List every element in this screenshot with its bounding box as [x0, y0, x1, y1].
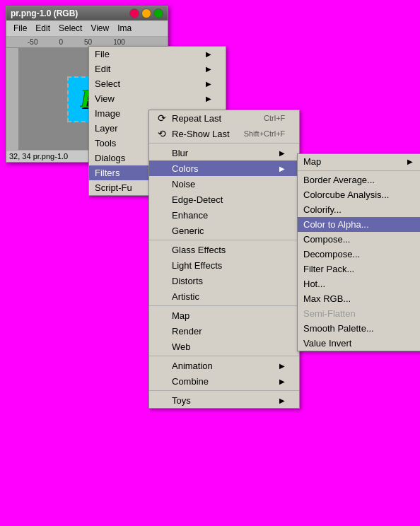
menu-label: Repeat Last: [172, 113, 221, 124]
filter-enhance[interactable]: Enhance: [149, 207, 299, 223]
menu-row-edit[interactable]: Edit ▶: [89, 62, 226, 76]
color-to-alpha[interactable]: Color to Alpha...: [298, 217, 420, 232]
menu-label: Artistic: [172, 291, 199, 302]
shortcut-text: Shift+Ctrl+F: [230, 129, 286, 138]
ruler-vertical: [6, 48, 19, 150]
menu-label: Colorcube Analysis...: [303, 189, 389, 200]
separator: [149, 305, 299, 306]
menu-label: Max RGB...: [303, 293, 351, 304]
filter-colors[interactable]: Colors ▶: [149, 160, 299, 176]
filter-noise[interactable]: Noise: [149, 176, 299, 192]
color-semi-flatten: Semi-Flatten: [298, 306, 420, 321]
filter-repeat-last[interactable]: ⟳ Repeat Last Ctrl+F: [149, 110, 299, 126]
colors-dropdown: Map ▶ Border Average... Colorcube Analys…: [297, 153, 420, 351]
filter-animation[interactable]: Animation ▶: [149, 358, 299, 373]
filter-blur[interactable]: Blur ▶: [149, 145, 299, 160]
reshow-icon: ⟲: [155, 128, 169, 139]
color-value-invert[interactable]: Value Invert: [298, 336, 420, 351]
filter-edge-detect[interactable]: Edge-Detect: [149, 192, 299, 207]
filter-combine[interactable]: Combine ▶: [149, 373, 299, 389]
color-max-rgb[interactable]: Max RGB...: [298, 291, 420, 306]
minimize-button[interactable]: [141, 8, 151, 18]
menu-select[interactable]: Select: [54, 22, 86, 35]
menu-label: Compose...: [303, 234, 350, 245]
menu-label: Select: [95, 78, 120, 89]
filter-web[interactable]: Web: [149, 339, 299, 354]
blank-icon: [155, 325, 169, 337]
menu-row-select[interactable]: Select ▶: [89, 76, 226, 91]
menu-label: Web: [172, 341, 191, 352]
menu-label: Light Effects: [172, 260, 222, 271]
arrow-icon: ▶: [279, 378, 285, 385]
menu-label: Map: [172, 310, 189, 321]
menu-bar: File Edit Select View Ima: [6, 21, 168, 37]
menu-label: Hot...: [303, 279, 325, 289]
menu-label: Script-Fu: [95, 182, 132, 193]
menu-view[interactable]: View: [86, 22, 113, 35]
blank-icon: [155, 225, 169, 236]
blank-icon: [155, 275, 169, 286]
filter-toys[interactable]: Toys ▶: [149, 392, 299, 408]
menu-label: Tools: [95, 138, 116, 148]
color-map[interactable]: Map ▶: [298, 154, 420, 169]
blank-icon: [155, 244, 169, 255]
color-colorify[interactable]: Colorify...: [298, 202, 420, 217]
blank-icon: [155, 178, 169, 189]
filter-distorts[interactable]: Distorts: [149, 273, 299, 288]
menu-label: File: [95, 49, 110, 59]
menu-label: Render: [172, 326, 202, 337]
menu-label: Filter Pack...: [303, 264, 354, 274]
blank-icon: [155, 375, 169, 387]
menu-label: Enhance: [172, 210, 208, 221]
color-decompose[interactable]: Decompose...: [298, 247, 420, 262]
window-title: pr.png-1.0 (RGB): [11, 8, 78, 18]
blank-icon: [155, 163, 169, 174]
menu-label: Blur: [172, 148, 188, 158]
separator: [149, 356, 299, 356]
menu-label: Decompose...: [303, 249, 360, 259]
menu-row-file[interactable]: File ▶: [89, 47, 226, 62]
filter-reshow-last[interactable]: ⟲ Re-Show Last Shift+Ctrl+F: [149, 126, 299, 141]
close-button[interactable]: [129, 8, 139, 18]
arrow-icon: ▶: [279, 149, 285, 157]
arrow-icon: ▶: [206, 95, 211, 103]
blank-icon: [155, 194, 169, 205]
menu-image[interactable]: Ima: [113, 22, 136, 35]
arrow-icon: ▶: [206, 80, 211, 88]
separator: [149, 240, 299, 240]
filter-map[interactable]: Map: [149, 308, 299, 323]
menu-row-view[interactable]: View ▶: [89, 91, 226, 106]
blank-icon: [155, 147, 169, 158]
separator: [149, 390, 299, 391]
filter-artistic[interactable]: Artistic: [149, 288, 299, 304]
color-filter-pack[interactable]: Filter Pack...: [298, 262, 420, 276]
blank-icon: [155, 360, 169, 371]
menu-label: Map: [303, 156, 321, 167]
blank-icon: [155, 209, 169, 221]
blank-icon: [155, 259, 169, 271]
filter-glass-effects[interactable]: Glass Effects: [149, 242, 299, 257]
filter-generic[interactable]: Generic: [149, 223, 299, 238]
color-hot[interactable]: Hot...: [298, 276, 420, 291]
blank-icon: [155, 341, 169, 352]
color-border-average[interactable]: Border Average...: [298, 173, 420, 187]
blank-icon: [155, 291, 169, 302]
menu-file[interactable]: File: [9, 22, 31, 35]
menu-label: Smooth Palette...: [303, 323, 374, 334]
filter-render[interactable]: Render: [149, 323, 299, 339]
menu-label: Toys: [172, 395, 191, 406]
color-compose[interactable]: Compose...: [298, 232, 420, 247]
menu-label: Edit: [95, 64, 110, 74]
color-colorcube-analysis[interactable]: Colorcube Analysis...: [298, 187, 420, 202]
arrow-icon: ▶: [206, 50, 211, 58]
filter-light-effects[interactable]: Light Effects: [149, 257, 299, 273]
color-smooth-palette[interactable]: Smooth Palette...: [298, 321, 420, 336]
maximize-button[interactable]: [153, 8, 163, 18]
menu-edit[interactable]: Edit: [31, 22, 54, 35]
arrow-icon: ▶: [279, 362, 285, 370]
menu-label: Image: [95, 108, 120, 119]
blank-icon: [155, 394, 169, 406]
arrow-icon: ▶: [279, 165, 285, 173]
menu-label: Distorts: [172, 276, 203, 286]
title-bar: pr.png-1.0 (RGB): [6, 6, 168, 21]
